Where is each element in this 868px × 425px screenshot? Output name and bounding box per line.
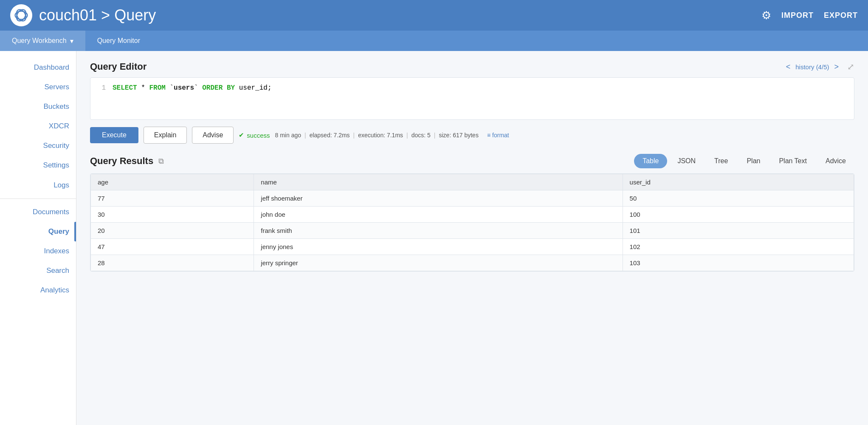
- copy-icon[interactable]: ⧉: [158, 157, 164, 166]
- cell-age: 28: [91, 255, 254, 271]
- query-editor[interactable]: 1 SELECT * FROM `users` ORDER BY user_id…: [90, 77, 854, 120]
- elapsed-text: elapsed: 7.2ms: [310, 132, 350, 139]
- rtab-advice[interactable]: Advice: [817, 154, 854, 168]
- cell-name: frank smith: [254, 223, 623, 239]
- cell-name: john doe: [254, 207, 623, 223]
- main-layout: Dashboard Servers Buckets XDCR Security …: [0, 51, 868, 425]
- rtab-table[interactable]: Table: [634, 154, 667, 168]
- kw-select: SELECT: [113, 84, 137, 92]
- results-table-wrap: age name user_id 77jeff shoemaker5030joh…: [90, 173, 854, 272]
- advise-button[interactable]: Advise: [192, 127, 234, 144]
- cell-user_id: 103: [623, 255, 854, 271]
- table-row: 28jerry springer103: [91, 255, 854, 271]
- status-meta: 8 min ago | elapsed: 7.2ms | execution: …: [275, 132, 479, 139]
- results-tabs: Table JSON Tree Plan Plan Text Advice: [634, 154, 854, 168]
- docs-text: docs: 5: [411, 132, 431, 139]
- header: couch01 > Query ⚙ IMPORT EXPORT: [0, 0, 868, 31]
- code-content: SELECT * FROM `users` ORDER BY user_id;: [113, 83, 272, 94]
- execute-button[interactable]: Execute: [90, 127, 138, 143]
- cell-age: 20: [91, 223, 254, 239]
- query-editor-title: Query Editor: [90, 61, 147, 72]
- header-actions: ⚙ IMPORT EXPORT: [761, 9, 858, 22]
- rtab-tree[interactable]: Tree: [706, 154, 736, 168]
- sidebar-item-search[interactable]: Search: [0, 261, 76, 280]
- tab-query-workbench-label: Query Workbench: [12, 37, 67, 45]
- status-text: success: [247, 132, 270, 139]
- execution-text: execution: 7.1ms: [358, 132, 403, 139]
- cell-name: jerry springer: [254, 255, 623, 271]
- sidebar-item-analytics[interactable]: Analytics: [0, 280, 76, 300]
- explain-button[interactable]: Explain: [144, 127, 187, 144]
- sidebar: Dashboard Servers Buckets XDCR Security …: [0, 51, 76, 425]
- line-number: 1: [97, 83, 106, 94]
- sidebar-item-logs[interactable]: Logs: [0, 176, 76, 195]
- breadcrumb: couch01 > Query: [39, 6, 761, 24]
- size-text: size: 617 bytes: [439, 132, 479, 139]
- content-area: Query Editor < history (4/5) > ⤢ 1 SELEC…: [76, 51, 868, 425]
- cell-user_id: 50: [623, 190, 854, 207]
- table-row: 20frank smith101: [91, 223, 854, 239]
- col-name: name: [254, 174, 623, 190]
- kw-from: FROM: [149, 84, 165, 92]
- status-badge: ✔ success: [239, 131, 270, 139]
- sidebar-item-xdcr[interactable]: XDCR: [0, 116, 76, 136]
- history-next-button[interactable]: >: [832, 62, 840, 71]
- format-icon: ≡: [487, 132, 490, 139]
- check-icon: ✔: [239, 131, 244, 139]
- expand-icon[interactable]: ⤢: [847, 62, 854, 72]
- cell-user_id: 100: [623, 207, 854, 223]
- export-button[interactable]: EXPORT: [824, 11, 858, 20]
- sidebar-divider: [0, 198, 76, 199]
- sidebar-item-documents[interactable]: Documents: [0, 202, 76, 222]
- rtab-plan-text[interactable]: Plan Text: [770, 154, 815, 168]
- table-header-row: age name user_id: [91, 174, 854, 190]
- cell-user_id: 101: [623, 223, 854, 239]
- logo: [10, 4, 32, 26]
- results-header: Query Results ⧉ Table JSON Tree Plan Pla…: [90, 154, 854, 168]
- cell-name: jeff shoemaker: [254, 190, 623, 207]
- rtab-json[interactable]: JSON: [669, 154, 704, 168]
- history-prev-button[interactable]: <: [784, 62, 792, 71]
- rtab-plan[interactable]: Plan: [738, 154, 769, 168]
- format-button[interactable]: ≡ format: [487, 132, 509, 139]
- col-age: age: [91, 174, 254, 190]
- tab-query-workbench[interactable]: Query Workbench ▾: [0, 31, 85, 51]
- results-title: Query Results: [90, 156, 153, 167]
- cell-name: jenny jones: [254, 239, 623, 255]
- tab-query-monitor-label: Query Monitor: [97, 37, 140, 45]
- sidebar-item-indexes[interactable]: Indexes: [0, 241, 76, 261]
- sidebar-item-query[interactable]: Query: [0, 222, 76, 241]
- table-row: 47jenny jones102: [91, 239, 854, 255]
- chevron-down-icon: ▾: [70, 37, 73, 45]
- settings-icon[interactable]: ⚙: [761, 9, 771, 22]
- kw-order: ORDER BY: [202, 84, 235, 92]
- sidebar-item-servers[interactable]: Servers: [0, 77, 76, 97]
- history-label: history (4/5): [795, 63, 829, 71]
- svg-point-2: [14, 8, 28, 22]
- cell-user_id: 102: [623, 239, 854, 255]
- results-table: age name user_id 77jeff shoemaker5030joh…: [90, 174, 854, 271]
- cell-age: 30: [91, 207, 254, 223]
- query-editor-header: Query Editor < history (4/5) > ⤢: [90, 61, 854, 72]
- sidebar-item-buckets[interactable]: Buckets: [0, 97, 76, 116]
- col-user-id: user_id: [623, 174, 854, 190]
- sidebar-item-security[interactable]: Security: [0, 136, 76, 156]
- tab-query-monitor[interactable]: Query Monitor: [85, 31, 152, 51]
- status-time: 8 min ago: [275, 132, 301, 139]
- sidebar-item-dashboard[interactable]: Dashboard: [0, 58, 76, 77]
- query-toolbar: Execute Explain Advise ✔ success 8 min a…: [90, 127, 854, 144]
- kw-table: `users`: [169, 84, 198, 92]
- table-row: 30john doe100: [91, 207, 854, 223]
- cell-age: 47: [91, 239, 254, 255]
- cell-age: 77: [91, 190, 254, 207]
- import-button[interactable]: IMPORT: [781, 11, 814, 20]
- history-nav: < history (4/5) >: [784, 62, 840, 71]
- code-line-1: 1 SELECT * FROM `users` ORDER BY user_id…: [97, 83, 847, 94]
- format-label: format: [492, 132, 509, 139]
- sidebar-item-settings[interactable]: Settings: [0, 156, 76, 175]
- table-row: 77jeff shoemaker50: [91, 190, 854, 207]
- subnav: Query Workbench ▾ Query Monitor: [0, 31, 868, 51]
